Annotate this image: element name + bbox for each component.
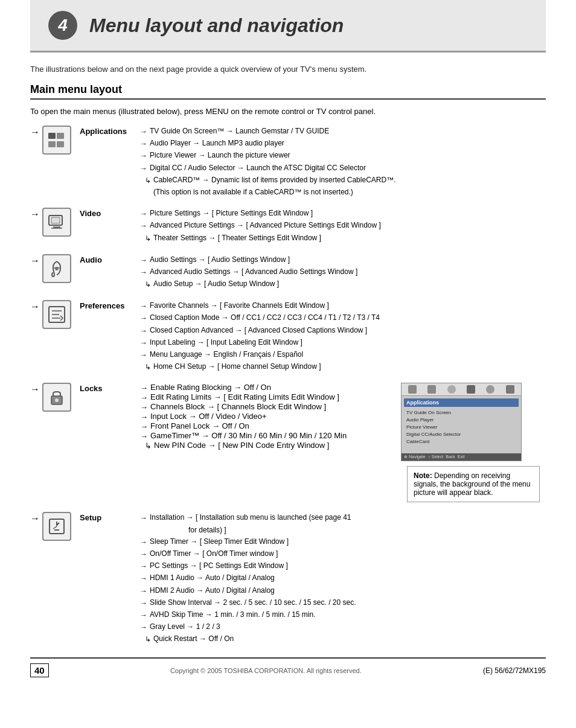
list-item: →Closed Caption Mode → Off / CC1 / CC2 /… bbox=[140, 312, 546, 324]
list-item: →Input Labeling → [ Input Labeling Edit … bbox=[140, 337, 546, 349]
screen-item: Audio Player bbox=[406, 417, 516, 424]
section-title: Main menu layout bbox=[30, 83, 546, 100]
main-arrow-audio: → bbox=[30, 255, 40, 266]
list-item: →Enable Rating Blocking → Off / On bbox=[140, 383, 395, 392]
list-item: →Favorite Channels → [ Favorite Channels… bbox=[140, 300, 546, 312]
menu-row-audio: → Audio →Audio Settings → [ Audio Settin… bbox=[30, 254, 546, 291]
arrow-icon: → bbox=[140, 337, 147, 349]
preferences-icon bbox=[42, 300, 71, 329]
arrow-icon: → bbox=[140, 412, 148, 421]
svg-rect-3 bbox=[57, 141, 64, 147]
menu-row-preferences: → Preferences →Favorite Channels → [ Fav… bbox=[30, 300, 546, 373]
list-item: →Edit Rating Limits → [ Edit Rating Limi… bbox=[140, 392, 395, 402]
list-item: →Slide Show Interval → 2 sec. / 5 sec. /… bbox=[140, 597, 546, 609]
icon-placeholder bbox=[447, 385, 456, 394]
menu-row-locks: → Locks →Enable Rating Blocking → Off / … bbox=[30, 383, 546, 502]
list-item: →Installation → [ Installation sub menu … bbox=[140, 512, 546, 524]
screen-bottom-bar: ⊕ Navigate ○ Select Back Exit bbox=[402, 453, 521, 461]
setup-items: →Installation → [ Installation sub menu … bbox=[140, 512, 546, 645]
list-item: →Channels Block → [ Channels Block Edit … bbox=[140, 402, 395, 412]
arrow-icon: → bbox=[140, 350, 147, 361]
svg-rect-15 bbox=[50, 519, 64, 534]
list-item: →AVHD Skip Time → 1 min. / 3 min. / 5 mi… bbox=[140, 609, 546, 621]
locks-items: →Enable Rating Blocking → Off / On →Edit… bbox=[140, 383, 395, 450]
list-item: →PC Settings → [ PC Settings Edit Window… bbox=[140, 560, 546, 572]
note-label: Note: bbox=[414, 471, 432, 480]
list-item: →Picture Viewer → Launch the picture vie… bbox=[140, 150, 546, 162]
main-arrow-preferences: → bbox=[30, 301, 40, 312]
arrow-icon: ↳ bbox=[145, 279, 151, 290]
arrow-icon: → bbox=[140, 255, 147, 266]
arrow-icon: → bbox=[140, 610, 147, 621]
locks-side-panel: Applications TV Guide On Screen Audio Pl… bbox=[401, 383, 546, 502]
list-item: (This option is not available if a Cable… bbox=[140, 187, 546, 198]
arrow-icon: → bbox=[140, 301, 147, 312]
svg-rect-1 bbox=[57, 133, 64, 139]
section-intro: To open the main menus (illustrated belo… bbox=[30, 107, 546, 116]
arrow-icon: → bbox=[140, 138, 147, 150]
arrow-icon: → bbox=[140, 512, 147, 524]
screen-preview-icons bbox=[402, 383, 521, 396]
arrow-icon: → bbox=[140, 549, 147, 560]
screen-item: Digital CC/Audio Selector bbox=[406, 431, 516, 438]
note-box: Note: Depending on receiving signals, th… bbox=[407, 466, 540, 502]
video-label: Video bbox=[80, 208, 140, 218]
arrow-icon: → bbox=[140, 537, 147, 548]
list-item: →Picture Settings → [ Picture Settings E… bbox=[140, 208, 546, 220]
arrow-icon: ↳ bbox=[145, 441, 152, 450]
arrow-icon: → bbox=[140, 622, 147, 633]
screen-section-label: Applications bbox=[404, 398, 519, 407]
arrow-icon: → bbox=[140, 126, 147, 138]
list-item: ↳Theater Settings → [ Theater Settings E… bbox=[140, 232, 546, 244]
arrow-icon: → bbox=[140, 403, 148, 412]
icon-placeholder bbox=[506, 385, 514, 394]
arrow-icon: ↳ bbox=[145, 634, 151, 645]
list-item: →Audio Player → Launch MP3 audio player bbox=[140, 138, 546, 150]
menu-row-applications: → Applications →TV Guide On Screen™ → La… bbox=[30, 126, 546, 198]
audio-items: →Audio Settings → [ Audio Settings Windo… bbox=[140, 254, 546, 291]
applications-icon bbox=[42, 126, 71, 155]
list-item: ↳Quick Restart → Off / On bbox=[140, 633, 546, 645]
arrow-icon: → bbox=[140, 150, 147, 162]
footer-model: (E) 56/62/72MX195 bbox=[483, 666, 546, 675]
chapter-title: Menu layout and navigation bbox=[89, 14, 344, 37]
list-item: →HDMI 1 Audio → Auto / Digital / Analog bbox=[140, 572, 546, 584]
screen-item: TV Guide On Screen bbox=[406, 409, 516, 417]
arrow-icon: → bbox=[140, 163, 147, 174]
svg-point-8 bbox=[55, 267, 59, 270]
arrow-icon: → bbox=[140, 220, 147, 232]
page-container: 4 Menu layout and navigation The illustr… bbox=[0, 0, 576, 701]
audio-label: Audio bbox=[80, 254, 140, 264]
arrow-icon: → bbox=[140, 598, 147, 609]
list-item: →Closed Caption Advanced → [ Advanced Cl… bbox=[140, 325, 546, 337]
page-number: 40 bbox=[30, 663, 49, 677]
arrow-icon: → bbox=[140, 561, 147, 572]
list-item: →GameTimer™ → Off / 30 Min / 60 Min / 90… bbox=[140, 431, 395, 441]
page-footer: 40 Copyright © 2005 TOSHIBA CORPORATION.… bbox=[30, 657, 546, 677]
arrow-icon: → bbox=[140, 393, 148, 402]
arrow-icon: → bbox=[140, 208, 147, 220]
video-items: →Picture Settings → [ Picture Settings E… bbox=[140, 208, 546, 244]
arrow-icon: → bbox=[140, 586, 147, 597]
list-item: ↳CableCARD™ → Dynamic list of items prov… bbox=[140, 174, 546, 187]
list-item: →Sleep Timer → [ Sleep Timer Edit Window… bbox=[140, 536, 546, 548]
arrow-icon: → bbox=[140, 432, 148, 441]
screen-item: Picture Viewer bbox=[406, 424, 516, 431]
chapter-header: 4 Menu layout and navigation bbox=[30, 0, 546, 53]
icon-placeholder bbox=[486, 385, 494, 394]
menu-row-video: → Video →Picture Settings → [ Picture Se… bbox=[30, 208, 546, 244]
arrow-icon: → bbox=[140, 313, 147, 324]
arrow-icon: ↳ bbox=[145, 175, 151, 187]
preferences-items: →Favorite Channels → [ Favorite Channels… bbox=[140, 300, 546, 373]
menu-layout: → Applications →TV Guide On Screen™ → La… bbox=[30, 126, 546, 645]
screen-item: CableCard bbox=[406, 438, 516, 445]
svg-rect-5 bbox=[51, 217, 60, 223]
setup-icon bbox=[42, 512, 71, 541]
icon-placeholder bbox=[467, 385, 475, 394]
audio-icon bbox=[42, 254, 71, 283]
arrow-icon: → bbox=[140, 573, 147, 584]
list-item: ↳Home CH Setup → [ Home channel Setup Wi… bbox=[140, 361, 546, 373]
main-arrow-setup: → bbox=[30, 513, 40, 524]
arrow-icon: → bbox=[140, 383, 148, 392]
screen-menu-items: TV Guide On Screen Audio Player Picture … bbox=[402, 408, 521, 447]
